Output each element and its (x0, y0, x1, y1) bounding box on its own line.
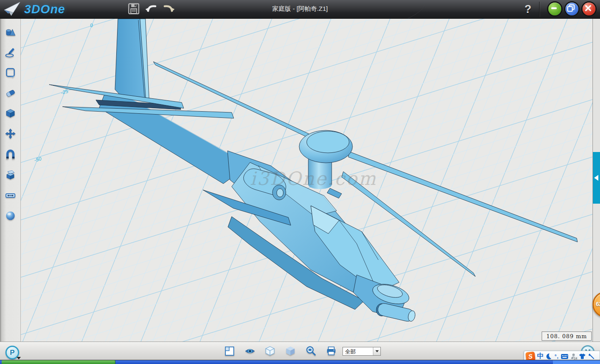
minimize-button[interactable] (548, 2, 561, 15)
combine-box-icon (5, 170, 16, 180)
maximize-button[interactable] (565, 2, 578, 15)
taskbar (0, 360, 600, 364)
wrench-icon (588, 353, 595, 360)
bottom-toolbar: P (0, 342, 600, 360)
notification-badge[interactable]: 62 (592, 292, 600, 317)
window-controls-divider (539, 2, 540, 17)
measurement-readout: 108. 089 mm (542, 332, 592, 341)
material-sphere-icon (5, 210, 16, 221)
ime-language-toggle[interactable]: 中 (537, 352, 544, 361)
keyboard-icon (561, 354, 568, 359)
ime-user-button[interactable]: 14 (570, 353, 577, 359)
help-button[interactable]: ? (522, 2, 534, 16)
ime-skin-button[interactable] (579, 353, 586, 359)
filter-dropdown-value: 全部 (343, 347, 373, 355)
tool-measure[interactable] (2, 187, 19, 204)
zoom-view-button[interactable] (305, 345, 317, 357)
eye-icon (244, 345, 256, 357)
watermark: i3DOne.com (250, 168, 377, 189)
dropdown-arrow-icon (373, 347, 380, 355)
tool-move[interactable] (2, 125, 19, 142)
minus-icon (548, 2, 560, 15)
virtual-keyboard-button[interactable] (561, 354, 568, 359)
special-shape-icon (5, 87, 16, 98)
visibility-button[interactable] (244, 345, 256, 357)
sketch-pencil-icon (5, 47, 16, 58)
tool-material[interactable] (2, 207, 19, 224)
ime-settings-button[interactable] (588, 353, 595, 360)
ime-punctuation-toggle[interactable]: °, (555, 354, 559, 359)
edit-sketch-icon (5, 67, 16, 78)
collapse-arrow-icon (594, 175, 598, 181)
feature-cube-icon (5, 108, 16, 119)
print-button[interactable] (325, 345, 337, 357)
printer-icon (325, 345, 337, 357)
viewport-3d[interactable]: 0 -25 -50 i3DOne.com 108. 089 mm (21, 19, 592, 342)
tool-feature[interactable] (2, 105, 19, 122)
tool-combine[interactable] (2, 166, 19, 184)
plugin-dropdown-caret[interactable] (16, 356, 22, 360)
tool-sketch[interactable] (2, 44, 19, 61)
zoom-camera-icon (305, 345, 317, 357)
taskbar-tray-segment (553, 360, 600, 364)
close-button[interactable] (582, 2, 595, 15)
shaded-display-button[interactable] (285, 345, 296, 357)
wireframe-display-button[interactable] (264, 345, 276, 357)
view-plane-button[interactable] (224, 345, 235, 357)
ime-fullhalf-toggle[interactable] (546, 353, 552, 360)
right-rail: 62 (592, 19, 600, 342)
window-title: 家庭版 - [阿帕奇.Z1] (0, 5, 600, 13)
measure-icon (5, 190, 16, 201)
tool-special-shape[interactable] (2, 84, 19, 102)
shirt-icon (579, 353, 586, 359)
view-corner-icon (224, 345, 235, 357)
close-icon (582, 2, 595, 15)
notification-count: 62 (596, 301, 600, 307)
filter-dropdown[interactable]: 全部 (342, 347, 381, 356)
primitives-icon (5, 27, 16, 38)
tool-magnet[interactable] (2, 146, 19, 163)
ime-user-count: 14 (573, 357, 578, 360)
left-toolbar (0, 19, 21, 342)
tool-primitives[interactable] (2, 24, 19, 41)
restore-windows-icon (565, 2, 578, 15)
shaded-cube-icon (285, 345, 296, 357)
move-arrows-icon (5, 128, 16, 139)
caret-down-icon (17, 357, 21, 359)
tool-edit-sketch[interactable] (2, 64, 19, 81)
app-titlebar: 3DOne 家庭版 - [阿帕奇.Z1] ? (0, 0, 600, 19)
panel-collapse-tab[interactable] (593, 152, 600, 204)
wireframe-cube-icon (264, 345, 276, 357)
taskbar-window-button[interactable] (2, 360, 115, 364)
magnet-icon (5, 149, 16, 160)
moon-icon (546, 353, 552, 360)
